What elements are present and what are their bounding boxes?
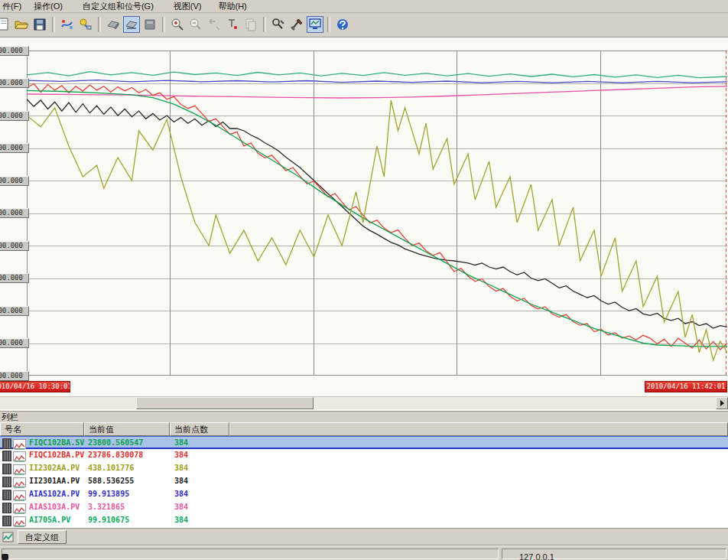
menu-bar: 件(F) 操作(O) 自定义组和位号(G) 视图(V) 帮助(H) [0, 0, 728, 12]
current-value: 3.321865 [88, 503, 125, 511]
series-FIQC102BA.SV [27, 90, 727, 347]
point-count: 384 [174, 503, 188, 511]
server-ip-label: 127.0.0.1 [519, 552, 554, 560]
tab-custom-group[interactable]: 自定义组 [18, 530, 67, 544]
point-count: 384 [174, 477, 188, 485]
time-scrollbar-thumb[interactable] [136, 397, 314, 409]
status-panel-right: 127.0.0.1 [502, 549, 726, 559]
row-state-mark [2, 490, 11, 500]
right-arrow-icon [720, 400, 724, 406]
search-tools-icon[interactable] [270, 16, 287, 33]
trend-plot[interactable] [27, 50, 727, 376]
toolbar [0, 12, 728, 36]
y-axis-tick-label: 000.000 [0, 78, 29, 88]
monitor-icon[interactable] [307, 16, 323, 33]
zoom-time-icon[interactable] [224, 16, 241, 33]
column-header-tagname[interactable]: 号名 [0, 422, 84, 436]
trend-tag-icon [13, 464, 26, 474]
open-folder-icon[interactable] [13, 16, 30, 33]
tag-name: AIAS103A.PV [29, 503, 80, 511]
table-row[interactable]: FIQC102BA.SV23800.560547384 [0, 436, 728, 449]
status-bar: 127.0.0.1 [0, 545, 728, 560]
point-count: 384 [174, 464, 188, 472]
tag-edit-icon[interactable] [59, 16, 76, 33]
card-icon[interactable] [141, 16, 158, 33]
series-AI705A.PV [27, 72, 727, 78]
new-file-icon[interactable] [0, 16, 11, 33]
trend-tag-icon [13, 490, 26, 500]
scroll-right-button[interactable] [716, 397, 728, 409]
menu-custom-group-tags[interactable]: 自定义组和位号(G) [80, 0, 156, 13]
tag-color-icon[interactable] [77, 16, 94, 33]
tag-name: FIQC102BA.SV [29, 438, 84, 447]
trend-tag-icon [13, 503, 26, 513]
current-value: 23786.830078 [88, 451, 143, 459]
table-row[interactable]: FIQC102BA.PV23786.830078384 [0, 449, 728, 462]
tag-name: II2302AA.PV [29, 464, 80, 472]
column-header-point-count[interactable]: 当前点数 [170, 422, 229, 436]
tag-name: FIQC102BA.PV [29, 451, 84, 459]
menu-operate[interactable]: 操作(O) [31, 0, 65, 13]
time-scrollbar[interactable] [0, 396, 728, 409]
group-tab-bar: 自定义组 [0, 528, 728, 546]
menu-file[interactable]: 件(F) [0, 0, 24, 13]
row-state-mark [2, 503, 11, 513]
current-value: 99.910675 [88, 516, 129, 524]
trend-tag-icon [13, 516, 26, 526]
tag-list: FIQC102BA.SV23800.560547384FIQC102BA.PV2… [0, 436, 728, 528]
column-header-current-value[interactable]: 当前值 [84, 422, 170, 436]
y-axis-tick-label: 000.000 [0, 338, 29, 348]
current-value: 23800.560547 [88, 438, 143, 447]
toolbar-separator [162, 17, 165, 32]
list-panel-title: 列栏 [0, 411, 728, 423]
save-icon[interactable] [31, 16, 48, 33]
status-panel-left [2, 549, 499, 559]
current-value: 99.913895 [88, 490, 129, 498]
end-time-label: 2010/04/16 11:42:01 [645, 381, 727, 392]
copy-icon[interactable] [242, 16, 259, 33]
toolbar-separator [327, 17, 330, 32]
y-axis-tick-label: 500.000 [0, 176, 29, 186]
y-axis-tick-label: 500.000 [0, 306, 29, 316]
taskbar-fragment [2, 554, 8, 560]
series-FIQC102BA.PV [27, 83, 727, 350]
table-row[interactable]: AI705A.PV99.910675384 [0, 514, 728, 527]
point-count: 384 [174, 490, 188, 498]
menu-view[interactable]: 视图(V) [171, 0, 204, 13]
y-axis-tick-label: 500.000 [0, 46, 29, 56]
tag-name: II2301AA.PV [29, 477, 80, 485]
zoom-x-icon[interactable] [206, 16, 223, 33]
row-state-mark [2, 451, 11, 461]
tools-icon[interactable] [288, 16, 305, 33]
tag-name: AI705A.PV [29, 516, 70, 524]
row-state-mark [2, 464, 11, 474]
toolbar-separator [263, 17, 266, 32]
point-count: 384 [174, 451, 188, 459]
menu-help[interactable]: 帮助(H) [216, 0, 249, 13]
help-icon[interactable] [334, 16, 351, 33]
custom-group-icon [2, 532, 15, 543]
series-II2302AA.PV [27, 100, 727, 360]
table-row[interactable]: AIAS103A.PV3.321865384 [0, 501, 728, 514]
zoom-out-icon[interactable] [187, 16, 204, 33]
y-axis-tick-label: 000.000 [0, 208, 29, 218]
series-AIAS102A.PV [27, 80, 727, 83]
toolbar-separator [98, 17, 101, 32]
trend-chart-panel: 500.000000.000500.000000.000500.000000.0… [0, 37, 728, 411]
trend-tag-icon [13, 451, 26, 461]
table-row[interactable]: AIAS102A.PV99.913895384 [0, 488, 728, 501]
current-value: 438.101776 [88, 464, 134, 472]
y-axis-tick-label: 000.000 [0, 273, 29, 283]
row-state-mark [2, 438, 11, 449]
pan-icon[interactable] [105, 16, 122, 33]
table-row[interactable]: II2301AA.PV588.536255384 [0, 475, 728, 488]
y-axis-tick-label: 500.000 [0, 111, 29, 121]
y-axis-tick-label: 500.000 [0, 371, 29, 381]
start-time-label: 2010/04/16 10:30:01 [0, 381, 70, 392]
list-header: 号名 当前值 当前点数 [0, 422, 728, 436]
zoom-in-icon[interactable] [169, 16, 186, 33]
column-header-blank [229, 422, 728, 436]
trend-mode-icon[interactable] [123, 16, 140, 33]
table-row[interactable]: II2302AA.PV438.101776384 [0, 462, 728, 475]
current-value: 588.536255 [88, 477, 134, 485]
